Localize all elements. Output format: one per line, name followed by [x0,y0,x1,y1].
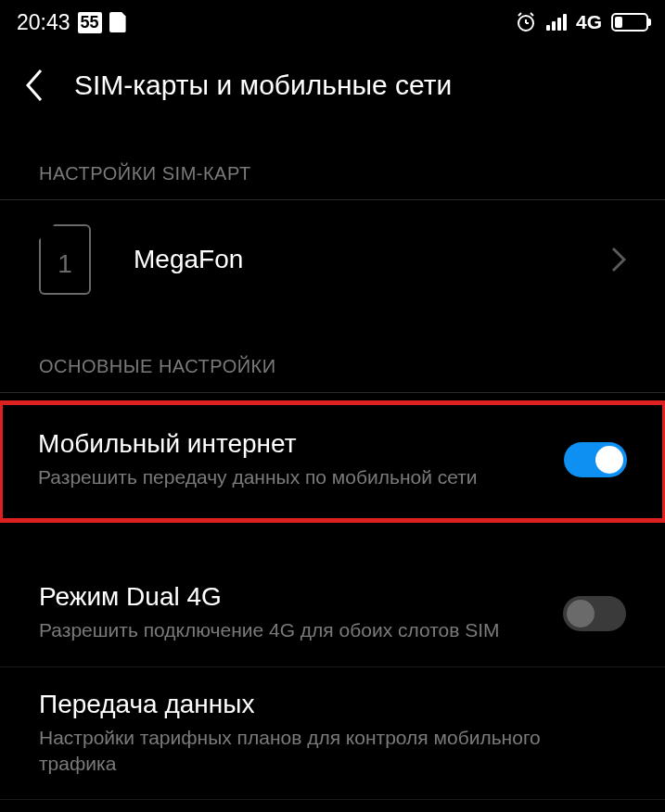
toggle-dual-4g[interactable] [563,596,626,631]
setting-row-data-transfer[interactable]: Передача данных Настройки тарифных плано… [0,667,665,801]
setting-title-data-transfer: Передача данных [39,690,607,719]
alarm-icon [515,11,537,33]
sim-slot-number: 1 [58,249,72,279]
sim-carrier-label: MegaFon [134,245,611,274]
status-time: 20:43 [17,10,70,35]
sim-card-icon: 1 [39,224,91,295]
setting-subtitle-dual-4g: Разрешить подключение 4G для обоих слото… [39,617,544,643]
section-header-sim: НАСТРОЙКИ SIM-КАРТ [0,126,665,200]
setting-text-block: Передача данных Настройки тарифных плано… [39,690,626,778]
toggle-mobile-data[interactable] [564,442,627,477]
status-left: 20:43 55 [17,10,126,35]
setting-text-block: Режим Dual 4G Разрешить подключение 4G д… [39,582,563,643]
setting-title-mobile-data: Мобильный интернет [38,429,545,459]
svg-line-3 [518,13,521,16]
setting-subtitle-mobile-data: Разрешить передачу данных по мобильной с… [38,464,545,490]
setting-title-dual-4g: Режим Dual 4G [39,582,544,612]
battery-icon [611,13,648,32]
signal-strength-icon [546,14,567,31]
setting-row-dual-4g[interactable]: Режим Dual 4G Разрешить подключение 4G д… [0,560,665,666]
section-header-main: ОСНОВНЫЕ НАСТРОЙКИ [0,319,665,393]
back-button[interactable] [24,67,46,104]
svg-line-4 [531,13,533,16]
sim-card-row[interactable]: 1 MegaFon [0,200,665,319]
setting-row-mobile-data[interactable]: Мобильный интернет Разрешить передачу да… [0,400,665,523]
chevron-right-icon [611,247,626,273]
setting-subtitle-data-transfer: Настройки тарифных планов для контроля м… [39,725,607,778]
page-title: SIM-карты и мобильные сети [74,70,452,101]
sd-card-icon [109,12,126,32]
network-type-label: 4G [576,11,602,33]
notification-count-badge: 55 [78,12,102,33]
status-bar: 20:43 55 4G [0,0,665,44]
status-right: 4G [515,11,648,33]
page-header: SIM-карты и мобильные сети [0,44,665,126]
setting-text-block: Мобильный интернет Разрешить передачу да… [38,429,564,490]
